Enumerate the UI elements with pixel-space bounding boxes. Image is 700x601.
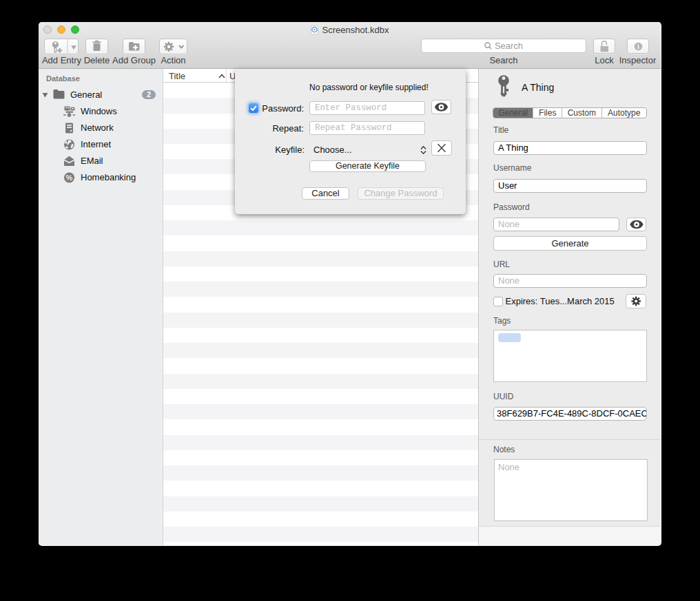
- svg-text:%: %: [66, 173, 73, 182]
- svg-text:i: i: [637, 43, 639, 50]
